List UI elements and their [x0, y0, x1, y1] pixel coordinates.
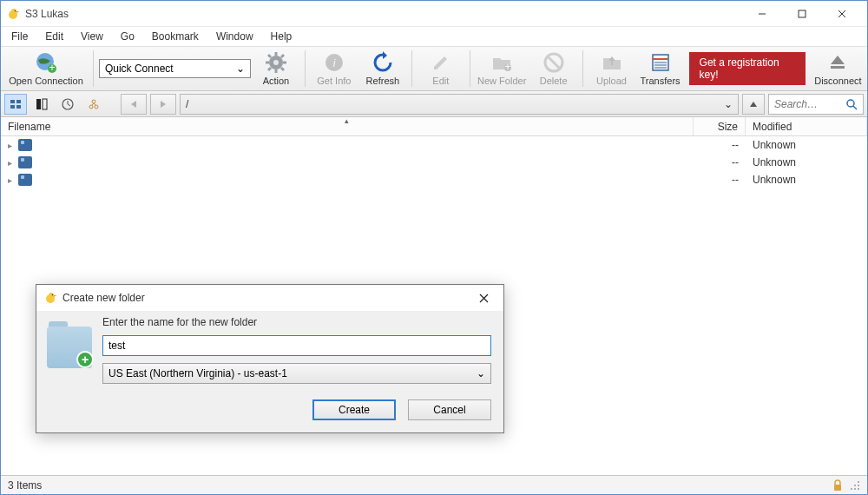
- separator: [582, 50, 583, 87]
- svg-point-11: [273, 60, 279, 65]
- cancel-button[interactable]: Cancel: [408, 399, 491, 420]
- svg-point-58: [854, 488, 856, 490]
- svg-line-45: [94, 103, 95, 105]
- resize-grip-icon: [850, 480, 860, 491]
- svg-point-41: [92, 100, 95, 103]
- edit-button[interactable]: Edit: [418, 48, 464, 89]
- bucket-icon: [18, 139, 32, 151]
- menubar: File Edit View Go Bookmark Window Help: [1, 27, 867, 46]
- svg-line-19: [268, 68, 271, 70]
- toolbar: + Open Connection Quick Connect ⌄ Action…: [1, 46, 867, 91]
- column-headers: Filename ▴ Size Modified: [1, 117, 867, 136]
- nav-up-button[interactable]: [742, 94, 765, 115]
- bucket-icon: [18, 156, 32, 168]
- app-window: S3 Lukas File Edit View Go Bookmark Wind…: [0, 0, 868, 495]
- app-icon: [6, 7, 20, 21]
- expand-icon[interactable]: ▸: [4, 175, 15, 185]
- disconnect-button[interactable]: Disconnect: [812, 48, 864, 89]
- path-combobox[interactable]: / ⌄: [180, 94, 739, 115]
- menu-bookmark[interactable]: Bookmark: [145, 29, 206, 44]
- svg-rect-33: [16, 100, 21, 103]
- svg-point-59: [858, 488, 859, 490]
- search-box[interactable]: [768, 94, 864, 115]
- quick-connect-select[interactable]: Quick Connect ⌄: [99, 59, 251, 78]
- view-bonjour-button[interactable]: [82, 94, 105, 115]
- dialog-close-button[interactable]: [470, 286, 496, 310]
- upload-button[interactable]: Upload: [589, 48, 635, 89]
- list-item[interactable]: ▸ -- Unknown: [1, 171, 867, 188]
- statusbar: 3 Items: [1, 475, 867, 494]
- svg-line-47: [853, 106, 857, 109]
- region-select[interactable]: US East (Northern Virginia) - us-east-1 …: [102, 363, 491, 384]
- view-bookmarks-button[interactable]: [4, 94, 27, 115]
- create-button[interactable]: Create: [312, 399, 396, 420]
- navbar: / ⌄: [1, 91, 867, 117]
- transfers-button[interactable]: Transfers: [637, 48, 684, 89]
- eject-icon: [826, 51, 849, 74]
- dialog-titlebar: Create new folder: [36, 285, 503, 311]
- dialog-title: Create new folder: [62, 292, 470, 304]
- menu-window[interactable]: Window: [209, 29, 260, 44]
- registration-key-banner[interactable]: Get a registration key!: [689, 52, 806, 85]
- svg-line-25: [547, 56, 561, 69]
- svg-text:+: +: [505, 61, 511, 73]
- svg-text:+: +: [49, 62, 55, 74]
- view-split-button[interactable]: [30, 94, 53, 115]
- close-button[interactable]: [822, 1, 862, 27]
- menu-edit[interactable]: Edit: [38, 29, 70, 44]
- list-item[interactable]: ▸ -- Unknown: [1, 154, 867, 171]
- app-icon: [43, 291, 57, 305]
- separator: [411, 50, 412, 87]
- search-input[interactable]: [774, 98, 842, 110]
- view-history-button[interactable]: [56, 94, 79, 115]
- upload-icon: [601, 51, 623, 74]
- svg-rect-37: [43, 99, 47, 109]
- delete-button[interactable]: Delete: [530, 48, 577, 89]
- separator: [305, 50, 306, 87]
- column-filename[interactable]: Filename ▴: [1, 117, 694, 135]
- status-text: 3 Items: [8, 479, 42, 492]
- menu-file[interactable]: File: [4, 29, 35, 44]
- chevron-down-icon: ⌄: [236, 63, 245, 75]
- expand-icon[interactable]: ▸: [4, 158, 15, 168]
- get-info-button[interactable]: i Get Info: [311, 48, 358, 89]
- svg-text:i: i: [333, 57, 336, 69]
- menu-help[interactable]: Help: [264, 29, 299, 44]
- lock-icon: [832, 479, 843, 492]
- svg-rect-36: [36, 99, 41, 109]
- open-connection-button[interactable]: + Open Connection: [4, 48, 88, 89]
- svg-rect-4: [799, 10, 806, 17]
- menu-view[interactable]: View: [74, 29, 110, 44]
- menu-go[interactable]: Go: [114, 29, 141, 44]
- svg-line-40: [68, 104, 70, 106]
- svg-rect-53: [834, 485, 841, 491]
- svg-point-56: [858, 485, 859, 486]
- svg-point-57: [851, 488, 852, 490]
- list-item[interactable]: ▸ -- Unknown: [1, 136, 867, 154]
- chevron-down-icon: ⌄: [724, 98, 733, 110]
- refresh-button[interactable]: Refresh: [359, 48, 406, 89]
- create-folder-dialog: Create new folder + Enter the name for t…: [36, 284, 504, 433]
- action-button[interactable]: Action: [253, 48, 299, 89]
- column-modified[interactable]: Modified: [746, 117, 867, 135]
- separator: [93, 50, 94, 87]
- bucket-icon: [18, 174, 32, 186]
- svg-rect-31: [831, 66, 845, 69]
- nav-forward-button[interactable]: [150, 94, 176, 115]
- folder-name-input[interactable]: [102, 335, 491, 356]
- svg-line-44: [92, 103, 94, 105]
- svg-rect-34: [10, 105, 15, 109]
- sort-indicator-icon: ▴: [345, 116, 349, 125]
- folder-plus-icon: +: [490, 51, 513, 74]
- svg-point-55: [854, 485, 856, 486]
- new-folder-button[interactable]: + New Folder: [476, 48, 529, 89]
- svg-point-42: [89, 105, 93, 109]
- file-list: ▸ -- Unknown ▸ -- Unknown ▸ -- Unknown C…: [1, 136, 867, 475]
- info-icon: i: [323, 51, 345, 74]
- minimize-button[interactable]: [742, 1, 782, 27]
- maximize-button[interactable]: [782, 1, 822, 27]
- column-size[interactable]: Size: [694, 117, 746, 135]
- expand-icon[interactable]: ▸: [4, 141, 15, 150]
- nav-back-button[interactable]: [121, 94, 147, 115]
- globe-icon: +: [35, 51, 57, 74]
